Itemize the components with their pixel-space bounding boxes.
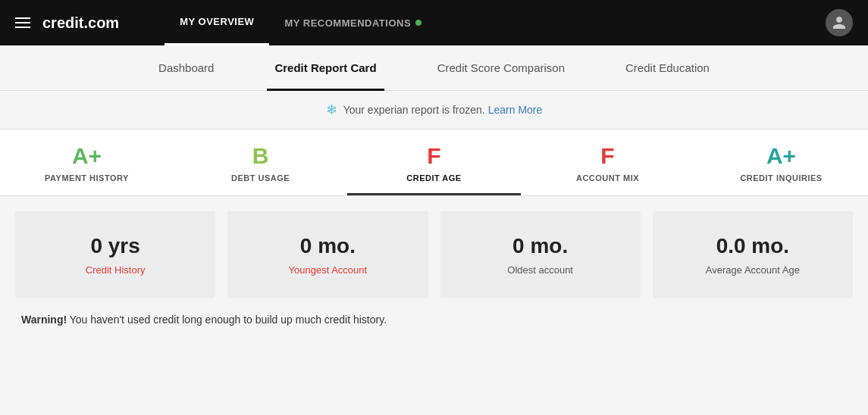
youngest-account-label: Youngest Account [289, 264, 368, 276]
green-dot-indicator [415, 20, 421, 26]
tab-account-mix[interactable]: F ACCOUNT MIX [521, 129, 694, 195]
nav-my-overview[interactable]: MY OVERVIEW [165, 0, 269, 45]
card-youngest-account: 0 mo. Youngest Account [227, 211, 428, 298]
average-account-age-value: 0.0 mo. [716, 234, 789, 258]
warning-text: Warning! You haven't used credit long en… [0, 298, 868, 341]
brand-dotcom: .com [83, 14, 119, 31]
card-average-account-age: 0.0 mo. Average Account Age [653, 211, 853, 298]
top-nav: credit.com MY OVERVIEW MY RECOMMENDATION… [0, 0, 868, 45]
cards-section: 0 yrs Credit History 0 mo. Youngest Acco… [0, 196, 868, 298]
brand-credit: credit [42, 14, 83, 31]
snowflake-icon: ❄ [326, 101, 337, 118]
tab-credit-age[interactable]: F CREDIT AGE [347, 129, 521, 195]
nav-my-recommendations[interactable]: MY RECOMMENDATIONS [269, 0, 437, 45]
frozen-banner: ❄ Your experian report is frozen. Learn … [0, 91, 868, 129]
user-avatar[interactable] [826, 9, 853, 36]
warning-message: You haven't used credit long enough to b… [67, 314, 387, 326]
card-credit-history: 0 yrs Credit History [15, 211, 215, 298]
credit-history-value: 0 yrs [90, 234, 139, 258]
grade-credit-inquiries: A+ [766, 143, 796, 169]
learn-more-link[interactable]: Learn More [488, 104, 543, 116]
label-credit-inquiries: CREDIT INQUIRIES [740, 173, 822, 183]
label-credit-age: CREDIT AGE [406, 173, 461, 183]
grade-credit-age: F [427, 143, 440, 169]
oldest-account-value: 0 mo. [512, 234, 568, 258]
grade-payment-history: A+ [72, 143, 102, 169]
oldest-account-label: Oldest account [507, 264, 573, 276]
warning-bold: Warning! [21, 314, 67, 326]
subnav-credit-report-card[interactable]: Credit Report Card [267, 45, 384, 91]
tab-debt-usage[interactable]: B DEBT USAGE [174, 129, 347, 195]
average-account-age-label: Average Account Age [706, 264, 800, 276]
label-account-mix: ACCOUNT MIX [576, 173, 639, 183]
credit-history-label: Credit History [86, 264, 146, 276]
subnav-dashboard[interactable]: Dashboard [151, 45, 221, 91]
frozen-message: Your experian report is frozen. [343, 104, 485, 116]
score-tabs: A+ PAYMENT HISTORY B DEBT USAGE F CREDIT… [0, 129, 868, 196]
brand-logo[interactable]: credit.com [42, 14, 119, 32]
grade-account-mix: F [600, 143, 614, 169]
card-oldest-account: 0 mo. Oldest account [440, 211, 641, 298]
label-payment-history: PAYMENT HISTORY [45, 173, 129, 183]
subnav-credit-score-comparison[interactable]: Credit Score Comparison [430, 45, 572, 91]
youngest-account-value: 0 mo. [300, 234, 356, 258]
tab-payment-history[interactable]: A+ PAYMENT HISTORY [0, 129, 174, 195]
grade-debt-usage: B [252, 143, 269, 169]
hamburger-menu[interactable] [15, 17, 30, 28]
label-debt-usage: DEBT USAGE [231, 173, 290, 183]
subnav-credit-education[interactable]: Credit Education [618, 45, 717, 91]
top-nav-links: MY OVERVIEW MY RECOMMENDATIONS [165, 0, 826, 45]
tab-credit-inquiries[interactable]: A+ CREDIT INQUIRIES [694, 129, 868, 195]
sub-nav: Dashboard Credit Report Card Credit Scor… [0, 45, 868, 91]
